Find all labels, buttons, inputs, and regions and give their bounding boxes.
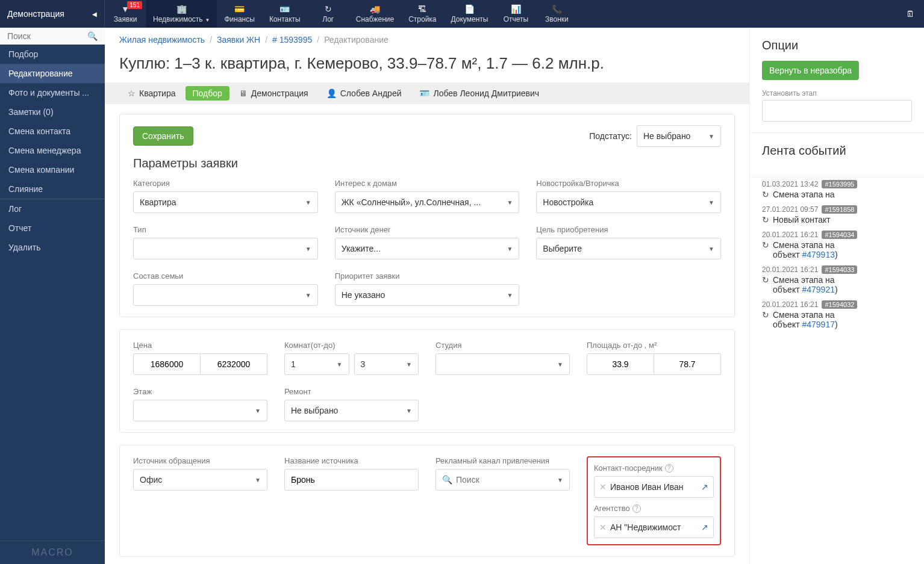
source-select[interactable]: Офис▼: [133, 469, 267, 491]
event-link[interactable]: #479913: [802, 250, 835, 259]
tab-1[interactable]: Подбор: [186, 86, 229, 101]
newold-select[interactable]: Новостройка▼: [536, 191, 721, 213]
tab-icon: 🖥: [239, 88, 248, 98]
adchannel-input[interactable]: 🔍 ▼: [435, 469, 570, 491]
external-link-icon[interactable]: ↗: [701, 482, 708, 492]
floor-select[interactable]: ▼: [133, 400, 267, 421]
nav-icon: 🪪: [279, 4, 290, 14]
nav-icon: ↻: [325, 4, 332, 14]
event-item: 20.01.2021 16:21#1594034↻Смена этапа нао…: [750, 228, 924, 263]
rooms-from-select[interactable]: 1▼: [284, 353, 349, 375]
history-icon: ↻: [762, 275, 769, 285]
sidebar-item-3[interactable]: Заметки (0): [0, 102, 105, 122]
sidebar-item-1[interactable]: Редактирование: [0, 64, 105, 83]
event-tag[interactable]: #1594032: [822, 300, 857, 309]
sidebar-item-4[interactable]: Смена контакта: [0, 122, 105, 141]
breadcrumb-current: Редактирование: [324, 35, 389, 45]
sidebar-item-9[interactable]: Отчет: [0, 218, 105, 238]
nav-item-8[interactable]: 📊Отчеты: [495, 0, 536, 28]
nav-item-9[interactable]: 📞Звонки: [536, 0, 577, 28]
search-icon: 🔍: [442, 475, 452, 485]
help-icon[interactable]: ?: [665, 464, 673, 473]
nav-icon: 📄: [464, 4, 475, 14]
sidebar-item-2[interactable]: Фото и документы ...: [0, 83, 105, 102]
event-link[interactable]: #479921: [802, 285, 835, 294]
return-button[interactable]: Вернуть в неразобра: [762, 61, 859, 80]
repair-select[interactable]: Не выбрано▼: [284, 400, 419, 421]
help-icon[interactable]: ?: [632, 504, 641, 513]
substatus-label: Подстатус:: [589, 131, 632, 141]
tab-3[interactable]: 👤Слобев Андрей: [318, 82, 410, 104]
event-tag[interactable]: #1593995: [822, 180, 857, 188]
nav-icon: 🏢: [176, 4, 187, 14]
event-tag[interactable]: #1594034: [822, 231, 857, 239]
collapse-icon: ◀: [92, 11, 97, 17]
history-icon: ↻: [762, 310, 769, 320]
calendar-icon[interactable]: 🗓: [906, 9, 914, 19]
money-select[interactable]: Укажите...▼: [335, 238, 520, 259]
type-select[interactable]: ▼: [133, 238, 318, 259]
breadcrumb-link[interactable]: # 1593995: [272, 35, 312, 45]
substatus-select[interactable]: Не выбрано ▼: [637, 125, 721, 147]
nav-item-2[interactable]: 💳Финансы: [217, 0, 261, 28]
sidebar-item-5[interactable]: Смена менеджера: [0, 141, 105, 160]
event-tag[interactable]: #1591858: [822, 205, 857, 214]
nav-item-4[interactable]: ↻Лог: [308, 0, 349, 28]
contact-field[interactable]: ✕ Иванов Иван Иван ↗: [594, 476, 714, 498]
nav-icon: 💳: [234, 4, 245, 14]
nav-icon: 🏗: [418, 4, 426, 14]
agency-field[interactable]: ✕ АН "Недвижимост ↗: [594, 516, 714, 538]
priority-select[interactable]: Не указано▼: [335, 284, 520, 306]
price-to-input[interactable]: [201, 353, 267, 375]
history-icon: ↻: [762, 240, 769, 250]
studio-select[interactable]: ▼: [435, 353, 570, 375]
sidebar-search[interactable]: 🔍: [0, 28, 105, 45]
nav-icon: 📞: [552, 4, 562, 14]
breadcrumb-link[interactable]: Заявки ЖН: [217, 35, 260, 45]
price-from-input[interactable]: [133, 353, 201, 375]
options-title: Опции: [762, 39, 912, 52]
events-title: Лента событий: [762, 144, 912, 158]
srcname-input[interactable]: [284, 469, 419, 491]
nav-item-0[interactable]: ▼Заявки151: [105, 0, 146, 28]
tab-2[interactable]: 🖥Демонстрация: [231, 82, 317, 104]
history-icon: ↻: [762, 215, 769, 225]
chevron-down-icon: ▼: [708, 133, 714, 140]
close-icon[interactable]: ✕: [599, 522, 607, 532]
sidebar-item-10[interactable]: Удалить: [0, 238, 105, 257]
event-link[interactable]: #479917: [802, 320, 835, 329]
tab-icon: 🪪: [419, 88, 429, 98]
event-tag[interactable]: #1594033: [822, 265, 857, 274]
set-stage-label: Установить этап: [762, 89, 912, 98]
nav-item-6[interactable]: 🏗Стройка: [401, 0, 443, 28]
breadcrumb-link[interactable]: Жилая недвижимость: [119, 35, 205, 45]
nav-item-3[interactable]: 🪪Контакты: [262, 0, 308, 28]
nav-item-1[interactable]: 🏢Недвижимость▼: [146, 0, 217, 28]
set-stage-input[interactable]: [762, 100, 912, 122]
search-input[interactable]: [7, 31, 87, 41]
close-icon[interactable]: ✕: [599, 482, 607, 492]
purpose-select[interactable]: Выберите▼: [536, 238, 721, 259]
area-to-input[interactable]: [654, 353, 721, 375]
interest-select[interactable]: ЖК «Солнечный», ул.Солнечная, ...▼: [335, 191, 520, 213]
sidebar-item-0[interactable]: Подбор: [0, 45, 105, 64]
brand-label: Демонстрация: [7, 9, 64, 19]
nav-item-5[interactable]: 🚚Снабжение: [349, 0, 401, 28]
rooms-to-select[interactable]: 3▼: [354, 353, 419, 375]
nav-item-7[interactable]: 📄Документы: [444, 0, 496, 28]
family-select[interactable]: ▼: [133, 284, 318, 306]
brand-menu[interactable]: Демонстрация ◀: [0, 0, 105, 28]
search-icon: 🔍: [87, 31, 98, 41]
sidebar-item-6[interactable]: Смена компании: [0, 160, 105, 179]
sidebar-item-8[interactable]: Лог: [0, 199, 105, 218]
area-from-input[interactable]: [587, 353, 654, 375]
external-link-icon[interactable]: ↗: [701, 522, 708, 532]
highlighted-fields: Контакт-посредник? ✕ Иванов Иван Иван ↗ …: [587, 456, 721, 545]
save-button[interactable]: Сохранить: [133, 126, 193, 146]
tab-4[interactable]: 🪪Лобев Леонид Дмитриевич: [411, 82, 548, 104]
history-icon: ↻: [762, 190, 769, 199]
category-select[interactable]: Квартира▼: [133, 191, 318, 213]
sidebar-item-7[interactable]: Слияние: [0, 179, 105, 199]
event-item: 20.01.2021 16:21#1594032↻Смена этапа нао…: [750, 298, 924, 333]
tab-0[interactable]: ☆Квартира: [119, 82, 184, 104]
